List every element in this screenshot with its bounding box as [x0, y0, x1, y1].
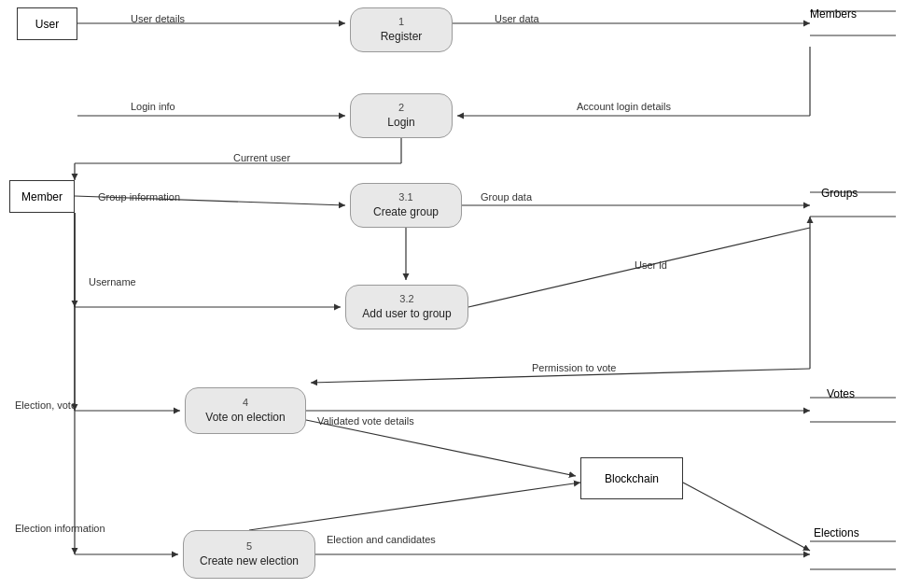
process-1-label: Register	[381, 29, 423, 45]
label-user-data: User data	[495, 13, 539, 24]
svg-line-27	[306, 420, 576, 476]
label-election-candidates: Election and candidates	[327, 534, 436, 545]
datastore-elections: Elections	[814, 526, 859, 539]
process-vote-election: 4 Vote on election	[185, 387, 306, 434]
process-32-number: 3.2	[399, 292, 413, 306]
entity-user-label: User	[35, 18, 59, 31]
datastore-elections-label: Elections	[814, 526, 859, 539]
process-register: 1 Register	[350, 7, 453, 52]
datastore-votes: Votes	[827, 387, 855, 400]
label-login-info: Login info	[131, 101, 175, 112]
svg-line-34	[683, 483, 810, 551]
label-election-vote: Election, vote	[15, 399, 77, 411]
label-group-data: Group data	[481, 191, 532, 203]
label-username: Username	[89, 276, 136, 287]
process-5-label: Create new election	[200, 553, 299, 569]
process-32-label: Add user to group	[362, 306, 451, 322]
label-user-details: User details	[131, 13, 185, 24]
label-current-user: Current user	[233, 152, 290, 163]
process-4-number: 4	[243, 396, 248, 410]
datastore-blockchain-label: Blockchain	[605, 472, 659, 485]
process-4-label: Vote on election	[205, 410, 285, 426]
label-validated-vote: Validated vote details	[317, 415, 414, 427]
process-create-group: 3.1 Create group	[350, 183, 462, 228]
process-31-label: Create group	[373, 204, 439, 220]
entity-member: Member	[9, 180, 75, 213]
svg-line-33	[249, 483, 580, 530]
label-group-information: Group information	[98, 191, 180, 203]
process-create-election: 5 Create new election	[183, 530, 315, 579]
process-5-number: 5	[246, 539, 252, 553]
label-account-login: Account login details	[577, 101, 671, 112]
datastore-members: Members	[810, 7, 857, 21]
entity-member-label: Member	[21, 190, 63, 203]
datastore-votes-label: Votes	[827, 387, 855, 400]
process-1-number: 1	[398, 15, 404, 29]
process-login: 2 Login	[350, 93, 453, 138]
datastore-members-label: Members	[810, 7, 857, 21]
label-election-information: Election information	[15, 523, 105, 534]
process-add-user-group: 3.2 Add user to group	[345, 285, 468, 329]
process-31-number: 3.1	[398, 190, 412, 204]
label-permission-to-vote: Permission to vote	[532, 362, 616, 373]
datastore-groups: Groups	[821, 187, 858, 200]
process-2-number: 2	[398, 101, 404, 115]
datastore-groups-label: Groups	[821, 187, 858, 200]
entity-user: User	[17, 7, 77, 40]
datastore-blockchain: Blockchain	[580, 457, 683, 499]
label-user-id: User id	[635, 259, 667, 271]
process-2-label: Login	[387, 115, 414, 131]
